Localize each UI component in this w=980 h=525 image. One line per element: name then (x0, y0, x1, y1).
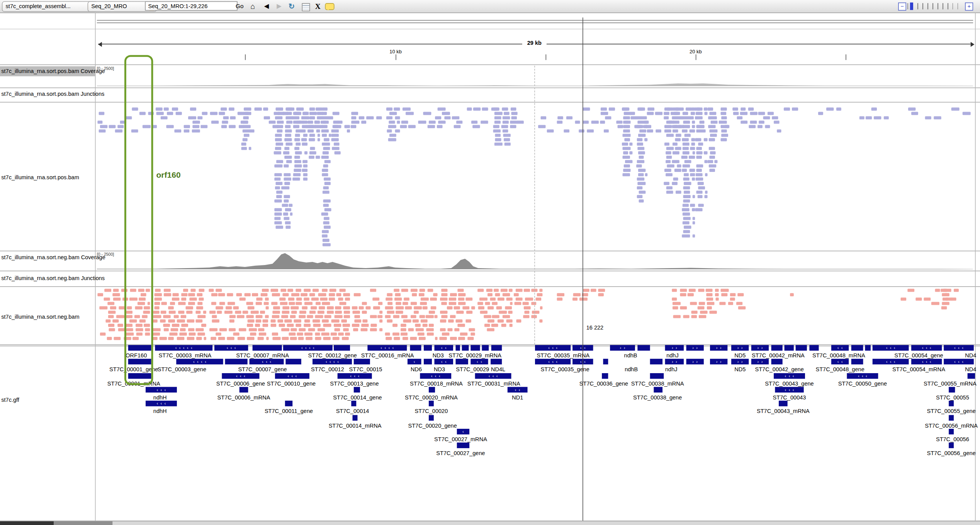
gene-feature[interactable]: › › (731, 359, 749, 365)
gene-feature[interactable] (779, 401, 788, 406)
gene-feature[interactable] (253, 345, 282, 351)
gene-feature[interactable] (457, 443, 469, 449)
track-label-neg-coverage[interactable]: st7c_illumina_rna.sort.neg.bam Coverage (1, 255, 105, 261)
gene-feature[interactable]: › › (710, 345, 727, 351)
gene-feature[interactable]: ‹ ‹ ‹ (873, 359, 909, 365)
gene-feature[interactable]: ‹ ‹ (831, 345, 849, 351)
gene-feature[interactable]: ‹ ‹ (831, 359, 849, 365)
gene-feature[interactable]: ‹ ‹ ‹ (475, 373, 511, 379)
gene-feature[interactable] (968, 373, 975, 379)
track-label-pos-reads[interactable]: st7c_illumina_rna.sort.pos.bam (1, 174, 79, 180)
gene-feature[interactable]: ‹ (408, 359, 421, 365)
gene-feature[interactable] (650, 373, 664, 379)
gene-feature[interactable] (285, 401, 292, 406)
gene-feature[interactable]: ‹ ‹ ‹ (535, 345, 571, 351)
region-of-interest-highlight[interactable] (124, 55, 153, 385)
gene-feature[interactable] (424, 359, 432, 365)
gene-feature[interactable]: › › (686, 345, 704, 351)
gene-feature[interactable]: › › (751, 345, 769, 351)
track-label-neg-reads[interactable]: st7c_illumina_rna.sort.neg.bam (1, 314, 79, 320)
gene-feature[interactable]: ‹ ‹ ‹ (214, 345, 248, 351)
gene-feature[interactable] (429, 387, 435, 393)
gene-feature[interactable] (225, 359, 247, 365)
gene-feature[interactable] (491, 345, 502, 351)
gene-feature[interactable]: ‹ ‹ ‹ (944, 345, 974, 351)
gene-feature[interactable]: ‹ ‹ ‹ (774, 373, 805, 379)
gene-feature[interactable] (351, 401, 356, 406)
gene-feature[interactable] (785, 345, 794, 351)
gene-feature[interactable]: › › (710, 359, 727, 365)
gene-feature[interactable] (949, 443, 954, 449)
gene-feature[interactable] (650, 359, 662, 365)
gene-feature[interactable]: ‹ ‹ (470, 359, 488, 365)
gene-feature[interactable] (949, 415, 954, 421)
gene-feature[interactable] (456, 345, 460, 351)
gene-feature[interactable] (949, 429, 954, 435)
gene-feature[interactable]: ‹ ‹ ‹ (911, 359, 942, 365)
gene-feature[interactable] (334, 345, 350, 351)
track-label-pos-junctions[interactable]: st7c_illumina_rna.sort.pos.bam Junctions (1, 91, 104, 97)
gene-feature[interactable]: ‹ ‹ (435, 359, 453, 365)
gene-feature[interactable]: ‹ ‹ ‹ (338, 373, 372, 379)
gene-feature[interactable]: › › (610, 345, 635, 351)
gene-feature[interactable] (949, 401, 954, 406)
gene-feature[interactable]: ‹ ‹ ‹ (420, 373, 451, 379)
gene-feature[interactable] (239, 387, 248, 393)
gene-feature[interactable] (482, 345, 489, 351)
scrollbar-handle[interactable] (0, 521, 54, 525)
gene-feature[interactable]: ‹ ‹ ‹ (944, 359, 974, 365)
gene-feature[interactable]: › › (665, 359, 684, 365)
scrollbar-handle-secondary[interactable] (54, 521, 112, 525)
track-label-gff[interactable]: st7c.gff (1, 397, 19, 403)
gene-feature[interactable]: › › (686, 359, 704, 365)
gene-feature[interactable] (851, 345, 863, 351)
gene-feature[interactable]: ‹ ‹ ‹ ‹ (176, 359, 223, 365)
gene-feature[interactable]: ‹ (457, 429, 469, 435)
gene-feature[interactable]: ‹ ‹ (508, 387, 528, 393)
gene-feature[interactable] (809, 345, 819, 351)
gene-feature[interactable] (796, 345, 807, 351)
gene-feature[interactable] (470, 345, 480, 351)
gene-feature[interactable] (285, 359, 301, 365)
gene-feature[interactable]: ‹ ‹ ‹ ‹ ‹ (155, 345, 212, 351)
horizontal-scrollbar[interactable] (0, 521, 980, 525)
gene-feature[interactable] (771, 359, 783, 365)
gene-feature[interactable] (602, 373, 608, 379)
gene-feature[interactable] (353, 415, 358, 421)
gene-feature[interactable]: ‹ ‹ ‹ (222, 373, 259, 379)
gene-feature[interactable]: ‹ ‹ ‹ (275, 373, 309, 379)
gene-feature[interactable] (865, 345, 871, 351)
gene-feature[interactable]: ‹ ‹ (435, 345, 453, 351)
gene-feature[interactable]: ‹ ‹ ‹ ‹ (313, 359, 352, 365)
gene-feature[interactable]: ‹ ‹ ‹ (146, 387, 177, 393)
gene-feature[interactable] (354, 359, 370, 365)
gene-feature[interactable] (851, 359, 863, 365)
gene-feature[interactable]: › › (751, 359, 769, 365)
gene-feature[interactable]: ‹ ‹ ‹ (146, 401, 177, 406)
gene-feature[interactable]: ‹ ‹ ‹ ‹ (283, 345, 333, 351)
track-label-pos-coverage[interactable]: st7c_illumina_rna.sort.pos.bam Coverage (1, 68, 105, 74)
gene-feature[interactable]: ‹ ‹ ‹ (873, 345, 909, 351)
gene-feature[interactable] (603, 359, 608, 365)
gene-feature[interactable] (949, 387, 955, 393)
gene-feature[interactable] (456, 359, 468, 365)
gene-feature[interactable] (462, 345, 469, 351)
gene-feature[interactable]: ‹ ‹ ‹ ‹ (367, 345, 407, 351)
gene-feature[interactable]: › › (731, 345, 749, 351)
gene-feature[interactable] (637, 345, 650, 351)
track-label-neg-junctions[interactable]: st7c_illumina_rna.sort.neg.bam Junctions (1, 275, 105, 281)
gene-feature[interactable] (771, 345, 783, 351)
gene-feature[interactable]: ‹ ‹ ‹ (911, 345, 942, 351)
gene-feature[interactable] (424, 345, 432, 351)
gene-feature[interactable] (491, 359, 502, 365)
gene-feature[interactable]: ‹ ‹ ‹ (250, 359, 284, 365)
gene-feature[interactable]: ‹ ‹ ‹ (535, 359, 571, 365)
gene-feature[interactable]: › › (665, 345, 684, 351)
gene-feature[interactable] (429, 415, 434, 421)
gene-feature[interactable] (429, 401, 434, 406)
gene-feature[interactable] (654, 387, 662, 393)
gene-feature[interactable]: ‹ ‹ ‹ (775, 387, 803, 393)
gene-feature[interactable] (354, 387, 360, 393)
gene-feature[interactable] (410, 345, 421, 351)
gene-feature[interactable]: ‹ ‹ ‹ (847, 373, 878, 379)
